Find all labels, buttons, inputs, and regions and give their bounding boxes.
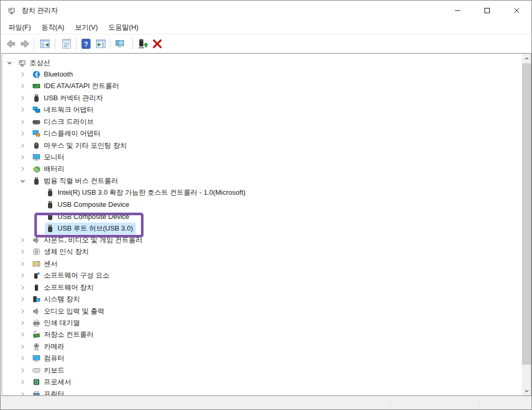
menu-file[interactable]: 파일(F) xyxy=(3,21,36,34)
chevron-down-icon[interactable] xyxy=(5,59,14,67)
tree-item-label-area[interactable]: 소프트웨어 장치 xyxy=(31,282,97,293)
maximize-button[interactable] xyxy=(472,1,502,21)
chevron-right-icon[interactable] xyxy=(18,283,27,292)
menu-help[interactable]: 도움말(H) xyxy=(103,21,144,34)
processor-icon xyxy=(32,378,41,386)
tree-item-label-area[interactable]: 센서 xyxy=(31,258,60,270)
tree-item-label-area[interactable]: 디스플레이 어댑터 xyxy=(31,128,103,139)
tree-item-label: 배터리 xyxy=(44,164,64,174)
show-console-tree-button[interactable] xyxy=(38,37,52,51)
tree-item: 디스크 드라이브 xyxy=(2,116,522,128)
tree-item-label-area[interactable]: 생체 인식 장치 xyxy=(31,246,91,258)
print-queue-icon xyxy=(32,319,41,327)
tree-item-label-area[interactable]: Bluetooth xyxy=(31,69,75,80)
tree-item: 네트워크 어댑터 xyxy=(2,104,522,116)
show-action-pane-button[interactable] xyxy=(94,37,108,51)
tree-item-label-area[interactable]: USB 루트 허브(USB 3.0) xyxy=(45,223,136,234)
chevron-right-icon[interactable] xyxy=(18,319,27,327)
tree-item-label-area[interactable]: 배터리 xyxy=(31,163,67,175)
tree-item-label-area[interactable]: 사운드, 비디오 및 게임 컨트롤러 xyxy=(31,234,145,246)
tree-item-label-area[interactable]: 네트워크 어댑터 xyxy=(31,104,97,116)
close-button[interactable] xyxy=(502,1,531,21)
keyboard-icon xyxy=(32,366,41,375)
tree-item-label-area[interactable]: 프린터 xyxy=(31,388,67,395)
scrollbar-thumb[interactable] xyxy=(522,63,531,365)
chevron-right-icon[interactable] xyxy=(18,165,27,173)
chevron-right-icon[interactable] xyxy=(18,330,27,339)
tree-item-label-area[interactable]: Intel(R) USB 3.0 확장 가능한 호스트 컨트롤러 - 1.0(M… xyxy=(45,187,248,198)
chevron-right-icon[interactable] xyxy=(18,354,27,363)
help-button[interactable]: ? xyxy=(79,37,93,51)
tree-item: 키보드 xyxy=(2,365,522,376)
tree-item-label-area[interactable]: USB 커넥터 관리자 xyxy=(31,92,106,104)
chevron-right-icon[interactable] xyxy=(18,129,27,138)
tree-item-label-area[interactable]: 조상선 xyxy=(17,57,53,69)
tree-item-label: 디스플레이 어댑터 xyxy=(44,129,101,138)
tree-item-label-area[interactable]: 시스템 장치 xyxy=(31,293,83,305)
tree-item-label-area[interactable]: 프로세서 xyxy=(31,376,74,388)
chevron-right-icon[interactable] xyxy=(18,307,27,316)
chevron-down-icon[interactable] xyxy=(18,177,27,185)
software-device-icon xyxy=(32,283,41,292)
minimize-icon xyxy=(454,7,461,14)
tree-item-label-area[interactable]: USB Composite Device xyxy=(45,211,132,222)
forward-icon xyxy=(19,37,32,50)
chevron-right-icon[interactable] xyxy=(18,70,27,79)
camera-icon xyxy=(32,342,41,351)
update-driver-button[interactable] xyxy=(136,37,150,51)
tree-item-label-area[interactable]: USB Composite Device xyxy=(45,199,132,211)
tree-item-label-area[interactable]: 범용 직렬 버스 컨트롤러 xyxy=(31,175,121,187)
tree-item-label-area[interactable]: 카메라 xyxy=(31,341,67,352)
chevron-right-icon[interactable] xyxy=(18,141,27,150)
vertical-scrollbar[interactable] xyxy=(522,54,531,395)
tree-item-label-area[interactable]: 인쇄 대기열 xyxy=(31,317,83,329)
chevron-right-icon[interactable] xyxy=(18,153,27,161)
tree-item-label: 범용 직렬 버스 컨트롤러 xyxy=(44,176,118,186)
tree-item: 소프트웨어 구성 요소 xyxy=(2,270,522,281)
maximize-icon xyxy=(484,7,490,14)
chevron-right-icon[interactable] xyxy=(18,106,27,114)
tree-item-label: 컴퓨터 xyxy=(44,354,64,363)
chevron-right-icon[interactable] xyxy=(18,82,27,90)
chevron-right-icon[interactable] xyxy=(18,236,27,244)
tree-item-label: 오디오 입력 및 출력 xyxy=(44,307,104,316)
scan-hardware-changes-button[interactable] xyxy=(113,37,127,51)
tree-item-label: 모니터 xyxy=(44,152,64,162)
tree-item-label-area[interactable]: IDE ATA/ATAPI 컨트롤러 xyxy=(31,80,122,92)
chevron-right-icon[interactable] xyxy=(18,390,27,395)
properties-button[interactable] xyxy=(60,37,73,51)
chevron-right-icon[interactable] xyxy=(18,366,27,375)
chevron-right-icon[interactable] xyxy=(18,295,27,303)
toolbar-separator xyxy=(76,38,77,50)
tree-item-label-area[interactable]: 디스크 드라이브 xyxy=(31,116,97,128)
tree-item-label-area[interactable]: 키보드 xyxy=(31,365,67,376)
scroll-down-button[interactable] xyxy=(522,386,531,395)
tree-item-label-area[interactable]: 저장소 컨트롤러 xyxy=(31,329,97,340)
status-bar-separator xyxy=(479,398,479,408)
tree-item-label-area[interactable]: 모니터 xyxy=(31,151,67,163)
chevron-right-icon[interactable] xyxy=(18,247,27,256)
chevron-right-icon[interactable] xyxy=(18,118,27,126)
tree-item-label-area[interactable]: 소프트웨어 구성 요소 xyxy=(31,270,112,281)
chevron-right-icon[interactable] xyxy=(18,378,27,386)
chevron-right-icon[interactable] xyxy=(18,94,27,102)
minimize-button[interactable] xyxy=(443,1,472,21)
uninstall-device-button[interactable] xyxy=(150,37,164,51)
chevron-right-icon[interactable] xyxy=(18,260,27,268)
scroll-up-button[interactable] xyxy=(522,54,531,63)
tree-item-label-area[interactable]: 마우스 및 기타 포인팅 장치 xyxy=(31,140,129,151)
tree-item-label: USB 루트 허브(USB 3.0) xyxy=(58,224,133,233)
battery-icon xyxy=(32,165,41,173)
tree-item-label: 프린터 xyxy=(44,389,64,395)
chevron-right-icon[interactable] xyxy=(18,342,27,351)
tree-item-label-area[interactable]: 오디오 입력 및 출력 xyxy=(31,306,107,317)
tree-item: Bluetooth xyxy=(2,69,522,80)
menu-action[interactable]: 동작(A) xyxy=(36,21,70,34)
chevron-right-icon[interactable] xyxy=(18,271,27,280)
storage-controller-icon xyxy=(32,330,41,339)
uninstall-device-icon xyxy=(151,37,164,50)
tree-item-label-area[interactable]: 컴퓨터 xyxy=(31,352,67,364)
menu-view[interactable]: 보기(V) xyxy=(70,21,103,34)
back-button[interactable] xyxy=(4,37,17,51)
forward-button[interactable] xyxy=(18,37,32,51)
